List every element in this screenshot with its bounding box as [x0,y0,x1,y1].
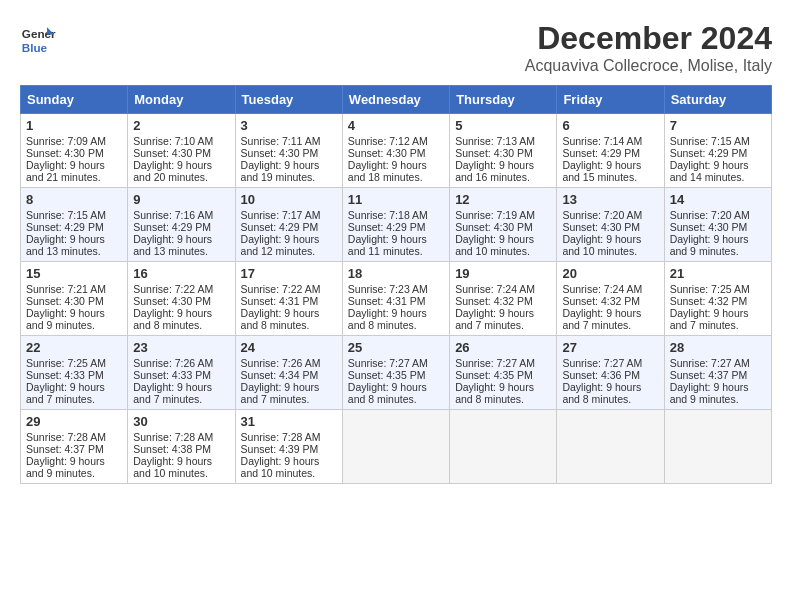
sunrise-text: Sunrise: 7:20 AM [562,209,658,221]
day-number: 2 [133,118,229,133]
daylight-text: Daylight: 9 hours and 12 minutes. [241,233,337,257]
sunset-text: Sunset: 4:29 PM [241,221,337,233]
calendar-cell: 12Sunrise: 7:19 AMSunset: 4:30 PMDayligh… [450,188,557,262]
calendar-cell [342,410,449,484]
sunrise-text: Sunrise: 7:12 AM [348,135,444,147]
daylight-text: Daylight: 9 hours and 19 minutes. [241,159,337,183]
day-header-saturday: Saturday [664,86,771,114]
sunrise-text: Sunrise: 7:14 AM [562,135,658,147]
daylight-text: Daylight: 9 hours and 8 minutes. [241,307,337,331]
day-number: 18 [348,266,444,281]
sunset-text: Sunset: 4:34 PM [241,369,337,381]
day-header-friday: Friday [557,86,664,114]
day-number: 29 [26,414,122,429]
daylight-text: Daylight: 9 hours and 20 minutes. [133,159,229,183]
daylight-text: Daylight: 9 hours and 14 minutes. [670,159,766,183]
daylight-text: Daylight: 9 hours and 8 minutes. [455,381,551,405]
calendar-cell [450,410,557,484]
day-number: 4 [348,118,444,133]
day-number: 6 [562,118,658,133]
sunset-text: Sunset: 4:32 PM [670,295,766,307]
calendar-cell: 13Sunrise: 7:20 AMSunset: 4:30 PMDayligh… [557,188,664,262]
daylight-text: Daylight: 9 hours and 7 minutes. [133,381,229,405]
calendar-cell: 21Sunrise: 7:25 AMSunset: 4:32 PMDayligh… [664,262,771,336]
day-number: 16 [133,266,229,281]
month-title: December 2024 [525,20,772,57]
calendar-cell: 22Sunrise: 7:25 AMSunset: 4:33 PMDayligh… [21,336,128,410]
daylight-text: Daylight: 9 hours and 18 minutes. [348,159,444,183]
sunset-text: Sunset: 4:30 PM [348,147,444,159]
daylight-text: Daylight: 9 hours and 10 minutes. [241,455,337,479]
day-number: 11 [348,192,444,207]
sunrise-text: Sunrise: 7:22 AM [241,283,337,295]
daylight-text: Daylight: 9 hours and 9 minutes. [26,307,122,331]
calendar-cell: 14Sunrise: 7:20 AMSunset: 4:30 PMDayligh… [664,188,771,262]
calendar-cell: 1Sunrise: 7:09 AMSunset: 4:30 PMDaylight… [21,114,128,188]
calendar-cell: 2Sunrise: 7:10 AMSunset: 4:30 PMDaylight… [128,114,235,188]
day-number: 14 [670,192,766,207]
sunrise-text: Sunrise: 7:16 AM [133,209,229,221]
day-number: 20 [562,266,658,281]
day-number: 22 [26,340,122,355]
sunset-text: Sunset: 4:39 PM [241,443,337,455]
calendar-cell: 26Sunrise: 7:27 AMSunset: 4:35 PMDayligh… [450,336,557,410]
day-header-thursday: Thursday [450,86,557,114]
sunset-text: Sunset: 4:31 PM [241,295,337,307]
sunrise-text: Sunrise: 7:21 AM [26,283,122,295]
calendar-cell: 25Sunrise: 7:27 AMSunset: 4:35 PMDayligh… [342,336,449,410]
daylight-text: Daylight: 9 hours and 16 minutes. [455,159,551,183]
sunset-text: Sunset: 4:32 PM [455,295,551,307]
sunrise-text: Sunrise: 7:23 AM [348,283,444,295]
sunrise-text: Sunrise: 7:24 AM [455,283,551,295]
sunrise-text: Sunrise: 7:15 AM [670,135,766,147]
day-number: 21 [670,266,766,281]
daylight-text: Daylight: 9 hours and 7 minutes. [26,381,122,405]
day-header-sunday: Sunday [21,86,128,114]
sunrise-text: Sunrise: 7:24 AM [562,283,658,295]
calendar-cell: 29Sunrise: 7:28 AMSunset: 4:37 PMDayligh… [21,410,128,484]
sunrise-text: Sunrise: 7:19 AM [455,209,551,221]
calendar-week-row: 1Sunrise: 7:09 AMSunset: 4:30 PMDaylight… [21,114,772,188]
calendar-week-row: 15Sunrise: 7:21 AMSunset: 4:30 PMDayligh… [21,262,772,336]
title-area: December 2024 Acquaviva Collecroce, Moli… [525,20,772,75]
sunset-text: Sunset: 4:33 PM [133,369,229,381]
sunset-text: Sunset: 4:32 PM [562,295,658,307]
sunset-text: Sunset: 4:38 PM [133,443,229,455]
sunrise-text: Sunrise: 7:25 AM [26,357,122,369]
calendar-cell: 3Sunrise: 7:11 AMSunset: 4:30 PMDaylight… [235,114,342,188]
calendar-cell: 5Sunrise: 7:13 AMSunset: 4:30 PMDaylight… [450,114,557,188]
calendar-cell [664,410,771,484]
daylight-text: Daylight: 9 hours and 10 minutes. [455,233,551,257]
day-number: 3 [241,118,337,133]
day-number: 15 [26,266,122,281]
calendar-cell: 27Sunrise: 7:27 AMSunset: 4:36 PMDayligh… [557,336,664,410]
daylight-text: Daylight: 9 hours and 10 minutes. [562,233,658,257]
day-number: 26 [455,340,551,355]
sunset-text: Sunset: 4:30 PM [241,147,337,159]
day-header-tuesday: Tuesday [235,86,342,114]
location-title: Acquaviva Collecroce, Molise, Italy [525,57,772,75]
day-number: 1 [26,118,122,133]
day-number: 25 [348,340,444,355]
sunrise-text: Sunrise: 7:25 AM [670,283,766,295]
calendar-cell: 7Sunrise: 7:15 AMSunset: 4:29 PMDaylight… [664,114,771,188]
daylight-text: Daylight: 9 hours and 8 minutes. [562,381,658,405]
sunset-text: Sunset: 4:37 PM [670,369,766,381]
sunrise-text: Sunrise: 7:10 AM [133,135,229,147]
calendar-cell: 30Sunrise: 7:28 AMSunset: 4:38 PMDayligh… [128,410,235,484]
calendar-cell: 11Sunrise: 7:18 AMSunset: 4:29 PMDayligh… [342,188,449,262]
sunrise-text: Sunrise: 7:28 AM [26,431,122,443]
calendar-cell: 31Sunrise: 7:28 AMSunset: 4:39 PMDayligh… [235,410,342,484]
day-number: 31 [241,414,337,429]
sunrise-text: Sunrise: 7:15 AM [26,209,122,221]
calendar-cell: 15Sunrise: 7:21 AMSunset: 4:30 PMDayligh… [21,262,128,336]
daylight-text: Daylight: 9 hours and 21 minutes. [26,159,122,183]
sunset-text: Sunset: 4:33 PM [26,369,122,381]
daylight-text: Daylight: 9 hours and 8 minutes. [133,307,229,331]
sunset-text: Sunset: 4:30 PM [26,295,122,307]
calendar-cell: 17Sunrise: 7:22 AMSunset: 4:31 PMDayligh… [235,262,342,336]
sunset-text: Sunset: 4:30 PM [455,147,551,159]
daylight-text: Daylight: 9 hours and 8 minutes. [348,381,444,405]
header: General Blue December 2024 Acquaviva Col… [20,20,772,75]
day-number: 19 [455,266,551,281]
